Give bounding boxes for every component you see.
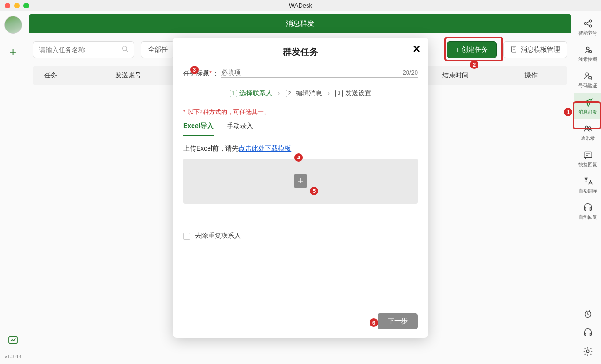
modal-title: 群发任务 <box>183 46 418 58</box>
tab-manual[interactable]: 手动录入 <box>227 122 253 136</box>
task-title-label: 任务标题*： <box>183 69 218 78</box>
titlebar: WADesk <box>0 0 601 11</box>
task-title-input[interactable] <box>221 68 402 76</box>
import-tabs: Excel导入 手动录入 <box>183 122 418 136</box>
close-window-button[interactable] <box>5 3 10 8</box>
close-icon[interactable]: ✕ <box>412 43 421 55</box>
plus-icon: + <box>294 174 307 188</box>
download-template-link[interactable]: 点击此处下载模板 <box>239 144 291 152</box>
broadcast-task-modal: ✕ 群发任务 任务标题*： 20/20 1选择联系人 › 2编辑消息 › 3发送… <box>173 38 428 338</box>
next-button[interactable]: 下一步 <box>378 313 418 329</box>
step-1[interactable]: 1选择联系人 <box>230 89 272 98</box>
dedupe-checkbox-row[interactable]: 去除重复联系人 <box>183 232 418 240</box>
window-title: WADesk <box>289 2 312 9</box>
upload-dropzone[interactable]: + <box>183 159 418 204</box>
chevron-right-icon: › <box>278 90 280 97</box>
method-note: * 以下2种方式的，可任选其一。 <box>183 108 418 116</box>
tab-excel[interactable]: Excel导入 <box>183 122 214 136</box>
traffic-lights <box>5 3 29 8</box>
maximize-window-button[interactable] <box>23 3 29 8</box>
dedupe-checkbox[interactable] <box>183 233 190 240</box>
chevron-right-icon: › <box>328 90 330 97</box>
dedupe-label: 去除重复联系人 <box>195 232 241 240</box>
task-title-input-wrap[interactable]: 20/20 <box>221 68 418 78</box>
upload-hint: 上传Excel前，请先点击此处下载模板 <box>183 144 418 153</box>
char-count: 20/20 <box>402 69 418 76</box>
step-2[interactable]: 2编辑消息 <box>286 89 322 98</box>
step-3[interactable]: 3发送设置 <box>335 89 371 98</box>
minimize-window-button[interactable] <box>14 3 20 8</box>
wizard-steps: 1选择联系人 › 2编辑消息 › 3发送设置 <box>183 89 418 98</box>
